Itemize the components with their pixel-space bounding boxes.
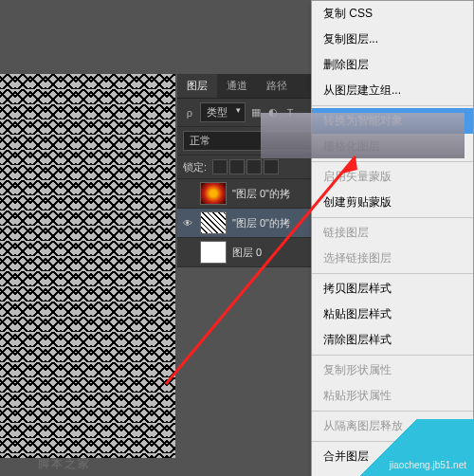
menu-separator xyxy=(312,273,473,274)
lock-pixels-icon[interactable] xyxy=(229,159,245,174)
lock-label: 锁定: xyxy=(183,160,207,174)
visibility-icon[interactable]: 👁 xyxy=(181,218,194,229)
filter-type-select[interactable]: 类型 xyxy=(200,102,246,122)
menu-group-from-layers[interactable]: 从图层建立组... xyxy=(312,78,473,103)
layer-name: 图层 0 xyxy=(232,246,262,260)
menu-separator xyxy=(312,161,473,162)
layer-context-menu: 复制 CSS 复制图层... 删除图层 从图层建立组... 转换为智能对象 栅格… xyxy=(311,0,474,476)
tab-paths[interactable]: 路径 xyxy=(257,74,297,98)
pattern-fill xyxy=(0,74,175,458)
menu-select-linked: 选择链接图层 xyxy=(312,246,473,271)
tab-layers[interactable]: 图层 xyxy=(177,74,217,98)
menu-duplicate-layer[interactable]: 复制图层... xyxy=(312,27,473,52)
menu-separator xyxy=(312,355,473,356)
menu-paste-shape-attr: 粘贴形状属性 xyxy=(312,383,473,409)
document-canvas[interactable] xyxy=(0,74,175,458)
layer-thumbnail xyxy=(200,182,227,205)
menu-create-clipping-mask[interactable]: 创建剪贴蒙版 xyxy=(312,190,473,215)
lock-buttons xyxy=(212,159,279,174)
tab-channels[interactable]: 通道 xyxy=(217,74,257,98)
menu-delete-layer[interactable]: 删除图层 xyxy=(312,52,473,78)
layer-thumbnail xyxy=(200,241,227,264)
menu-paste-layer-style[interactable]: 粘贴图层样式 xyxy=(312,302,473,327)
lock-all-icon[interactable] xyxy=(264,159,279,174)
layer-name: "图层 0"的拷 xyxy=(232,187,290,201)
search-icon: ρ xyxy=(183,106,196,119)
blur-overlay xyxy=(261,113,465,158)
menu-copy-layer-style[interactable]: 拷贝图层样式 xyxy=(312,276,473,302)
menu-clear-layer-style[interactable]: 清除图层样式 xyxy=(312,327,473,353)
menu-separator xyxy=(312,105,473,106)
menu-enable-vector-mask: 启用矢量蒙版 xyxy=(312,164,473,190)
lock-position-icon[interactable] xyxy=(246,159,262,174)
corner-url: jiaocheng.jb51.net xyxy=(390,460,466,470)
layer-name: "图层 0"的拷 xyxy=(232,216,290,230)
menu-separator xyxy=(312,411,473,412)
menu-separator xyxy=(312,217,473,218)
menu-link-layers: 链接图层 xyxy=(312,220,473,246)
layer-thumbnail xyxy=(200,211,227,234)
lock-transparent-icon[interactable] xyxy=(212,159,228,174)
menu-copy-css[interactable]: 复制 CSS xyxy=(312,1,473,27)
menu-copy-shape-attr: 复制形状属性 xyxy=(312,357,473,383)
